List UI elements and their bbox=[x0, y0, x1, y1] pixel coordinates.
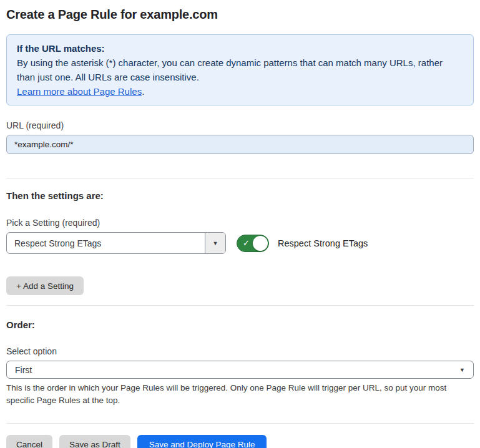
chevron-down-icon: ▼ bbox=[459, 367, 465, 373]
setting-dropdown[interactable]: Respect Strong ETags ▼ bbox=[6, 232, 226, 254]
info-box-link-line: Learn more about Page Rules. bbox=[17, 84, 463, 99]
divider bbox=[6, 178, 474, 178]
footer-actions: Cancel Save as Draft Save and Deploy Pag… bbox=[6, 435, 474, 448]
save-and-deploy-button[interactable]: Save and Deploy Page Rule bbox=[137, 435, 267, 448]
toggle-label: Respect Strong ETags bbox=[278, 238, 368, 248]
add-setting-button[interactable]: + Add a Setting bbox=[6, 276, 84, 295]
info-box-heading: If the URL matches: bbox=[17, 41, 463, 56]
toggle-knob bbox=[253, 236, 268, 251]
check-icon: ✓ bbox=[243, 239, 250, 247]
setting-toggle[interactable]: ✓ bbox=[237, 235, 269, 252]
info-box-body: By using the asterisk (*) character, you… bbox=[17, 56, 463, 84]
setting-dropdown-value: Respect Strong ETags bbox=[7, 233, 205, 253]
cancel-button[interactable]: Cancel bbox=[6, 435, 52, 448]
link-suffix: . bbox=[142, 86, 144, 97]
settings-section-heading: Then the settings are: bbox=[6, 190, 474, 201]
url-input[interactable] bbox=[6, 135, 474, 154]
order-select[interactable]: First ▼ bbox=[6, 361, 474, 379]
chevron-down-icon: ▼ bbox=[213, 240, 218, 246]
pick-setting-label: Pick a Setting (required) bbox=[6, 218, 474, 228]
order-help-text: This is the order in which your Page Rul… bbox=[6, 382, 471, 407]
setting-row: Respect Strong ETags ▼ ✓ Respect Strong … bbox=[6, 232, 474, 254]
learn-more-link[interactable]: Learn more about Page Rules bbox=[17, 86, 142, 97]
url-match-info-box: If the URL matches: By using the asteris… bbox=[6, 34, 474, 105]
page-title: Create a Page Rule for example.com bbox=[6, 7, 474, 22]
order-section-heading: Order: bbox=[6, 319, 474, 330]
order-select-label: Select option bbox=[6, 346, 474, 356]
divider bbox=[6, 423, 474, 424]
setting-dropdown-arrow-button[interactable]: ▼ bbox=[205, 233, 225, 253]
save-as-draft-button[interactable]: Save as Draft bbox=[59, 435, 130, 448]
divider bbox=[6, 305, 474, 306]
url-field-label: URL (required) bbox=[6, 120, 474, 130]
order-select-value: First bbox=[15, 365, 32, 375]
